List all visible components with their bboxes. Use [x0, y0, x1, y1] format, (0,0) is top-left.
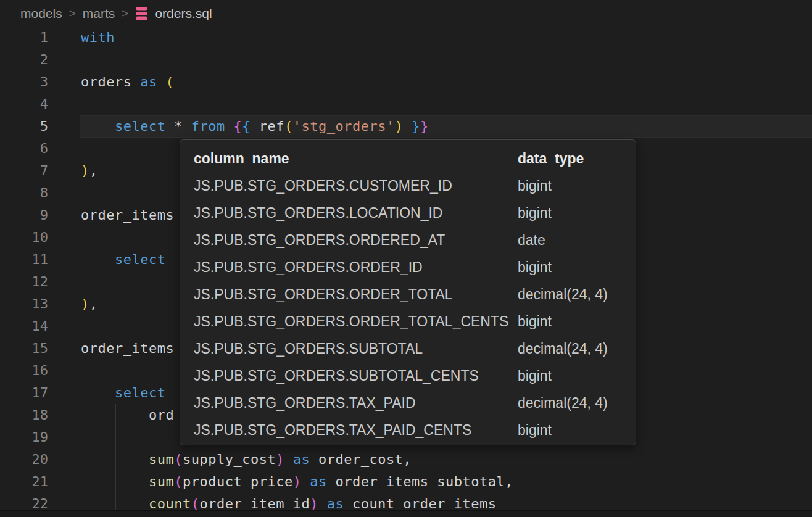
popup-column-name: JS.PUB.STG_ORDERS.SUBTOTAL_CENTS — [194, 362, 479, 389]
popup-row: JS.PUB.STG_ORDERS.ORDER_TOTAL_CENTSbigin… — [180, 308, 636, 335]
popup-header-column-name: column_name — [194, 145, 289, 172]
popup-data-type: decimal(24, 4) — [518, 335, 608, 362]
popup-column-name: JS.PUB.STG_ORDERS.LOCATION_ID — [194, 199, 442, 226]
indent-guide — [115, 404, 116, 515]
line-number[interactable]: 5 — [0, 115, 48, 138]
bottom-panel-edge — [0, 510, 812, 517]
popup-row: JS.PUB.STG_ORDERS.LOCATION_IDbigint — [180, 199, 636, 226]
code-text: orders as ( — [81, 71, 174, 93]
line-number[interactable]: 1 — [0, 27, 48, 49]
breadcrumb-item-marts[interactable]: marts — [83, 6, 115, 21]
popup-row: JS.PUB.STG_ORDERS.TAX_PAIDdecimal(24, 4) — [180, 389, 636, 416]
code-line-2[interactable]: 2 — [0, 49, 812, 71]
line-number[interactable]: 19 — [0, 426, 48, 449]
code-line-5[interactable]: 5 select * from {{ ref('stg_orders') }} — [0, 115, 812, 138]
popup-header-data-type: data_type — [518, 145, 584, 172]
breadcrumb: models > marts > orders.sql — [0, 0, 812, 27]
line-number[interactable]: 16 — [0, 360, 48, 382]
popup-data-type: date — [518, 226, 545, 254]
indent-guide — [81, 226, 81, 271]
code-text: order_items — [81, 204, 174, 226]
popup-column-name: JS.PUB.STG_ORDERS.ORDERED_AT — [194, 226, 445, 254]
line-number[interactable]: 3 — [0, 71, 48, 93]
code-text: sum(supply_cost) as order_cost, — [81, 449, 412, 471]
code-line-21[interactable]: 21 sum(product_price) as order_items_sub… — [0, 471, 812, 493]
popup-data-type: bigint — [518, 416, 552, 444]
code-line-20[interactable]: 20 sum(supply_cost) as order_cost, — [0, 449, 812, 471]
code-text: ), — [81, 160, 98, 182]
indent-guide — [81, 360, 81, 515]
code-text: select — [81, 382, 165, 404]
line-number[interactable]: 12 — [0, 271, 48, 293]
popup-data-type: decimal(24, 4) — [518, 389, 608, 416]
line-number[interactable]: 20 — [0, 449, 48, 471]
line-number[interactable]: 2 — [0, 49, 48, 71]
popup-data-type: bigint — [518, 199, 552, 226]
popup-column-name: JS.PUB.STG_ORDERS.SUBTOTAL — [194, 335, 423, 362]
code-text: ), — [81, 293, 98, 315]
popup-row: JS.PUB.STG_ORDERS.ORDER_TOTALdecimal(24,… — [180, 281, 636, 308]
line-number[interactable]: 4 — [0, 93, 48, 115]
line-number[interactable]: 13 — [0, 293, 48, 315]
popup-row: JS.PUB.STG_ORDERS.ORDER_IDbigint — [180, 254, 636, 281]
line-number[interactable]: 18 — [0, 404, 48, 426]
code-line-4[interactable]: 4 — [0, 93, 812, 115]
popup-column-name: JS.PUB.STG_ORDERS.ORDER_ID — [194, 254, 423, 281]
line-number[interactable]: 10 — [0, 226, 48, 249]
code-text: select * from {{ ref('stg_orders') }} — [81, 115, 429, 138]
line-number[interactable]: 11 — [0, 249, 48, 271]
popup-column-name: JS.PUB.STG_ORDERS.CUSTOMER_ID — [194, 172, 452, 199]
line-number[interactable]: 7 — [0, 160, 48, 182]
line-number[interactable]: 21 — [0, 471, 48, 493]
popup-data-type: bigint — [518, 172, 552, 199]
code-text: ord — [81, 404, 174, 426]
code-line-3[interactable]: 3orders as ( — [0, 71, 812, 93]
popup-data-type: bigint — [518, 254, 552, 281]
line-number[interactable]: 9 — [0, 204, 48, 226]
popup-rows: JS.PUB.STG_ORDERS.CUSTOMER_IDbigintJS.PU… — [180, 172, 636, 444]
line-number[interactable]: 14 — [0, 315, 48, 337]
indent-guide-active — [81, 93, 81, 138]
popup-row: JS.PUB.STG_ORDERS.SUBTOTAL_CENTSbigint — [180, 362, 636, 389]
code-text: select — [81, 249, 165, 271]
popup-header-row: column_name data_type — [180, 145, 636, 172]
line-number[interactable]: 17 — [0, 382, 48, 404]
chevron-right-icon: > — [122, 7, 128, 20]
database-icon — [135, 6, 148, 21]
code-line-1[interactable]: 1with — [0, 27, 812, 49]
code-text: order_items — [81, 337, 174, 360]
popup-column-name: JS.PUB.STG_ORDERS.TAX_PAID_CENTS — [194, 416, 471, 444]
chevron-right-icon: > — [69, 7, 76, 20]
breadcrumb-item-file[interactable]: orders.sql — [155, 6, 212, 21]
line-number[interactable]: 6 — [0, 138, 48, 160]
breadcrumb-item-models[interactable]: models — [20, 6, 62, 21]
line-number[interactable]: 8 — [0, 182, 48, 204]
popup-row: JS.PUB.STG_ORDERS.TAX_PAID_CENTSbigint — [180, 416, 636, 444]
popup-data-type: bigint — [518, 308, 552, 335]
popup-row: JS.PUB.STG_ORDERS.SUBTOTALdecimal(24, 4) — [180, 335, 636, 362]
code-text: with — [81, 27, 115, 49]
popup-data-type: decimal(24, 4) — [518, 281, 608, 308]
line-number[interactable]: 15 — [0, 337, 48, 360]
popup-data-type: bigint — [518, 362, 552, 389]
popup-row: JS.PUB.STG_ORDERS.ORDERED_ATdate — [180, 226, 636, 254]
hover-table-popup: column_name data_type JS.PUB.STG_ORDERS.… — [180, 139, 636, 445]
popup-column-name: JS.PUB.STG_ORDERS.ORDER_TOTAL_CENTS — [194, 308, 508, 335]
popup-column-name: JS.PUB.STG_ORDERS.TAX_PAID — [194, 389, 416, 416]
code-text: sum(product_price) as order_items_subtot… — [81, 471, 513, 493]
popup-column-name: JS.PUB.STG_ORDERS.ORDER_TOTAL — [194, 281, 453, 308]
popup-row: JS.PUB.STG_ORDERS.CUSTOMER_IDbigint — [180, 172, 636, 199]
